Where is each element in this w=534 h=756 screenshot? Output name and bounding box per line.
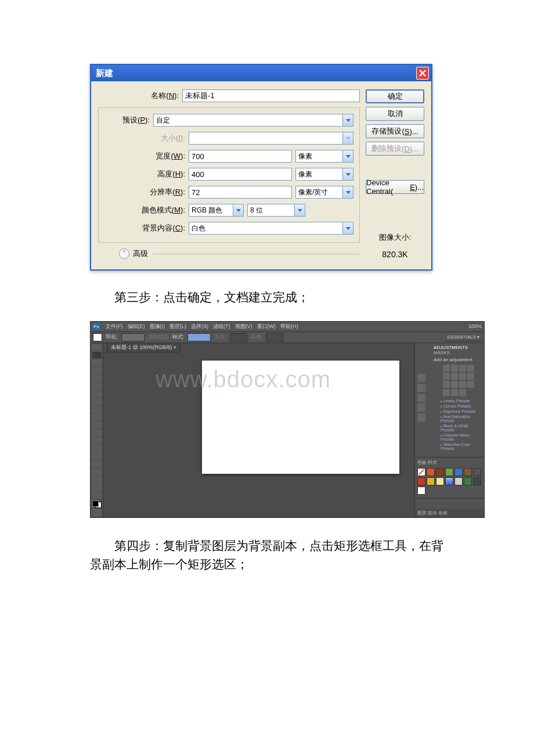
height-input[interactable] — [189, 168, 292, 181]
style-swatch[interactable] — [436, 477, 444, 485]
height-unit-select[interactable]: 像素 — [295, 168, 353, 181]
menu-item[interactable]: 滤镜(T) — [213, 323, 230, 330]
style-swatch[interactable] — [417, 487, 425, 495]
adj-icon[interactable] — [459, 365, 466, 372]
heal-tool-icon[interactable] — [92, 391, 102, 397]
adj-icon[interactable] — [443, 389, 450, 396]
cancel-button[interactable]: 取消 — [366, 107, 424, 121]
adj-icon[interactable] — [459, 381, 466, 388]
resolution-unit-select[interactable]: 像素/英寸 — [295, 186, 353, 199]
shape-tool-icon[interactable] — [92, 476, 102, 483]
menu-item[interactable]: 文件(F) — [106, 323, 123, 330]
adj-icon[interactable] — [443, 365, 450, 372]
style-swatch[interactable] — [445, 468, 453, 476]
color-depth-select[interactable]: 8 位 — [247, 204, 305, 217]
style-swatch[interactable] — [427, 468, 435, 476]
blur-tool-icon[interactable] — [92, 437, 102, 444]
panel-icon[interactable] — [417, 384, 425, 392]
adj-icon[interactable] — [467, 365, 474, 372]
dodge-tool-icon[interactable] — [92, 445, 102, 452]
history-brush-tool-icon[interactable] — [92, 414, 102, 420]
style-swatch[interactable] — [427, 477, 435, 485]
color-mode-select[interactable]: RGB 颜色 — [189, 204, 244, 217]
hand-tool-icon[interactable] — [92, 484, 102, 491]
menu-item[interactable]: 帮助(H) — [280, 323, 298, 330]
advanced-toggle[interactable]: ˇ — [119, 249, 129, 259]
close-button[interactable] — [416, 67, 429, 80]
device-central-button[interactable]: Device Central(E)... — [366, 180, 424, 194]
wand-tool-icon[interactable] — [92, 368, 102, 374]
lasso-tool-icon[interactable] — [92, 359, 102, 366]
style-swatch[interactable] — [454, 468, 463, 476]
style-swatch[interactable] — [464, 477, 472, 485]
menu-item[interactable]: 窗口(W) — [257, 323, 276, 330]
style-select[interactable] — [187, 333, 211, 341]
adj-icon[interactable] — [451, 365, 458, 372]
preset-select[interactable]: 自定 — [153, 114, 353, 127]
adj-icon[interactable] — [443, 381, 450, 388]
style-swatch[interactable] — [473, 477, 481, 485]
preset-item[interactable]: Exposure Presets — [434, 409, 482, 414]
panel-tabs[interactable]: ADJUSTMENTS MASKS — [434, 345, 482, 355]
preset-item[interactable]: Selective Color Presets — [434, 442, 482, 451]
path-tool-icon[interactable] — [92, 469, 102, 475]
menu-item[interactable]: 选择(S) — [191, 323, 208, 330]
zoom-level[interactable]: 100% — [468, 323, 482, 329]
style-swatch[interactable] — [417, 477, 425, 485]
style-swatch[interactable] — [436, 468, 444, 476]
preset-item[interactable]: Curves Presets — [434, 404, 482, 409]
panel-icon[interactable] — [417, 413, 425, 422]
move-tool-icon[interactable] — [92, 344, 102, 351]
style-swatch[interactable] — [454, 477, 463, 485]
width-input[interactable] — [189, 150, 292, 163]
marquee-tool-icon[interactable] — [93, 333, 102, 341]
eyedropper-tool-icon[interactable] — [92, 383, 102, 390]
crop-tool-icon[interactable] — [92, 375, 102, 381]
preset-item[interactable]: Black & White Presets — [434, 423, 482, 433]
name-input[interactable] — [182, 89, 360, 102]
adj-icon[interactable] — [467, 381, 474, 388]
menu-item[interactable]: 编辑(E) — [128, 323, 145, 330]
stamp-tool-icon[interactable] — [92, 406, 102, 413]
panel-icon[interactable] — [417, 404, 425, 412]
preset-item[interactable]: Channel Mixer Presets — [434, 433, 482, 442]
styles-tabs[interactable]: 色板 样式 — [417, 459, 482, 466]
adj-icon[interactable] — [451, 373, 458, 380]
ok-button[interactable]: 确定 — [366, 89, 424, 103]
gradient-tool-icon[interactable] — [92, 430, 102, 436]
style-swatch[interactable] — [417, 468, 425, 476]
workspace-switcher[interactable]: ESSENTIALS ▾ — [445, 333, 482, 341]
quickmask-icon[interactable] — [92, 509, 102, 516]
adj-icon[interactable] — [459, 373, 466, 380]
feather-input[interactable] — [121, 333, 145, 341]
menu-item[interactable]: 图像(I) — [150, 323, 165, 330]
document-tab[interactable]: 未标题-1 @ 100%(RGB/8) × — [107, 343, 181, 352]
style-swatch[interactable] — [464, 468, 472, 476]
adj-icon[interactable] — [459, 389, 466, 396]
marquee-tool-icon[interactable] — [92, 352, 102, 358]
style-swatch[interactable] — [473, 468, 481, 476]
preset-item[interactable]: Levels Presets — [434, 398, 482, 404]
layers-tabs[interactable]: 图层 路径 名称 — [417, 510, 482, 516]
panel-icon[interactable] — [417, 394, 425, 402]
eraser-tool-icon[interactable] — [92, 422, 102, 428]
fg-bg-swatch[interactable] — [92, 501, 102, 508]
brush-tool-icon[interactable] — [92, 398, 102, 405]
panel-icon[interactable] — [417, 374, 425, 382]
width-unit-select[interactable]: 像素 — [295, 150, 353, 163]
adj-icon[interactable] — [467, 373, 474, 380]
adj-icon[interactable] — [451, 389, 458, 396]
bg-content-select[interactable]: 白色 — [189, 222, 353, 235]
zoom-tool-icon[interactable] — [92, 492, 102, 498]
menu-item[interactable]: 视图(V) — [235, 323, 252, 330]
adj-icon[interactable] — [451, 381, 458, 388]
menu-item[interactable]: 图层(L) — [169, 323, 186, 330]
pen-tool-icon[interactable] — [92, 453, 102, 459]
style-swatch[interactable] — [445, 477, 453, 485]
resolution-input[interactable] — [189, 186, 292, 199]
adj-icon[interactable] — [443, 373, 450, 380]
document-canvas[interactable] — [202, 361, 399, 474]
preset-item[interactable]: Hue/Saturation Presets — [434, 414, 482, 423]
save-preset-button[interactable]: 存储预设(S)... — [366, 124, 424, 138]
type-tool-icon[interactable] — [92, 460, 102, 467]
